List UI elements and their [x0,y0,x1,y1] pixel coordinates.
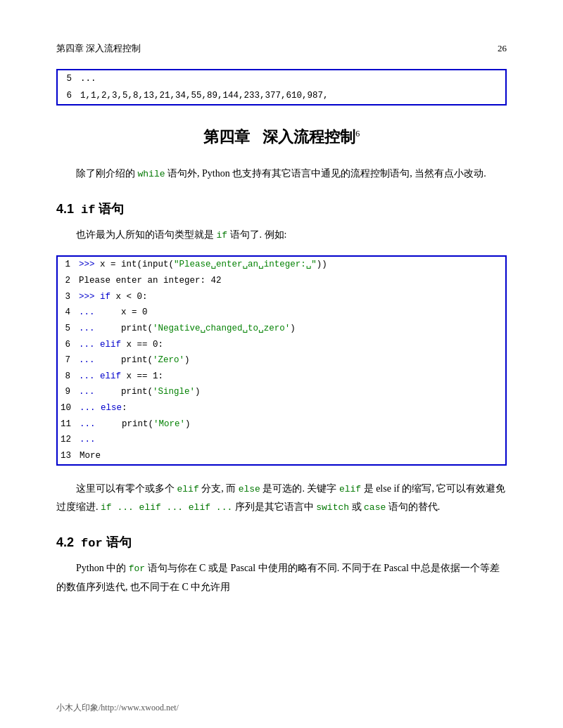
section-41-heading: 4.1 if 语句 [56,200,507,217]
code-row-11: 11 ... print('More') [58,416,505,433]
top-code-block: 5 ... 6 1,1,2,3,5,8,13,21,34,55,89,144,2… [56,69,507,106]
intro-paragraph: 除了刚介绍的 while 语句外, Python 也支持有其它语言中通见的流程控… [56,165,507,184]
section-42-keyword: for [81,537,103,550]
line-content: >>> if x < 0: [75,289,152,305]
page-footer: 小木人印象/http://www.xwood.net/ [56,702,179,714]
code-line-6: 6 1,1,2,3,5,8,13,21,34,55,89,144,233,377… [58,87,505,104]
line-number: 5 [58,70,77,87]
header-chapter-title: 第四章 深入流程控制 [56,42,141,55]
section-41-keyword: if [81,203,95,217]
line-number: 9 [58,384,75,400]
inline-for: for [129,563,145,574]
line-content: ... print('Zero') [75,352,194,369]
line-number: 4 [58,305,75,321]
code-row-4: 4 ... x = 0 [58,305,505,321]
code-row-6: 6 ... elif x == 0: [58,337,505,353]
chapter-heading-text: 第四章 深入流程控制6 [203,128,360,146]
code-row-9: 9 ... print('Single') [58,384,505,400]
section-42-label: 4.2 [56,535,81,549]
line-number: 6 [58,337,75,353]
line-content: ... [75,432,100,448]
line-content: ... print('More') [75,416,195,433]
section-41-title: 语句 [95,202,124,216]
chapter-heading: 第四章 深入流程控制6 [56,127,507,148]
inline-if: if [217,230,228,241]
line-content: ... x = 0 [75,305,152,321]
section-42-paragraph: Python 中的 for 语句与你在 C 或是 Pascal 中使用的略有不同… [56,559,507,596]
section-41-label: 4.1 [56,202,81,216]
page: 第四章 深入流程控制 26 5 ... 6 1,1,2,3,5,8,13,21,… [0,0,563,728]
line-content: Please enter an integer: 42 [75,273,226,289]
inline-elif-1: elif [177,484,199,494]
line-number: 11 [58,416,75,433]
line-number: 8 [58,369,75,385]
line-number: 5 [58,321,75,337]
line-number: 1 [58,257,75,273]
code-row-10: 10 ... else: [58,400,505,416]
line-number: 6 [58,87,77,104]
code-row-13: 13 More [58,448,505,464]
code-row-3: 3 >>> if x < 0: [58,289,505,305]
line-number: 7 [58,352,75,369]
code-row-5: 5 ... print('Negative␣changed␣to␣zero') [58,321,505,337]
line-content: 1,1,2,3,5,8,13,21,34,55,89,144,233,377,6… [77,87,331,104]
line-content: ... print('Single') [75,384,205,400]
inline-if-chain: if ... elif ... elif ... [101,502,232,513]
page-header: 第四章 深入流程控制 26 [56,42,507,55]
line-number: 10 [58,400,75,416]
line-content: ... [77,70,99,87]
code-row-8: 8 ... elif x == 1: [58,369,505,385]
line-number: 2 [58,273,75,289]
line-number: 3 [58,289,75,305]
code-row-1: 1 >>> x = int(input("Please␣enter␣an␣int… [58,257,505,273]
code-row-2: 2 Please enter an integer: 42 [58,273,505,289]
inline-while: while [138,169,165,179]
main-code-block: 1 >>> x = int(input("Please␣enter␣an␣int… [56,255,507,465]
line-content: ... elif x == 1: [75,369,167,385]
code-row-12: 12 ... [58,432,505,448]
section-42-title: 语句 [103,535,132,549]
inline-elif-2: elif [339,484,361,494]
line-content: ... print('Negative␣changed␣to␣zero') [75,321,300,337]
section-41-intro: 也许最为人所知的语句类型就是 if 语句了. 例如: [56,226,507,245]
inline-case: case [364,502,386,513]
line-content: ... else: [75,400,132,416]
footer-text: 小木人印象/http://www.xwood.net/ [56,703,179,713]
line-content: >>> x = int(input("Please␣enter␣an␣integ… [75,257,331,273]
inline-else: else [239,484,260,494]
section-42-heading: 4.2 for 语句 [56,534,507,551]
line-content: More [75,448,105,464]
code-line-5: 5 ... [58,70,505,87]
chapter-footnote-mark: 6 [355,129,360,139]
inline-switch: switch [316,502,349,513]
line-number: 13 [58,448,75,464]
after-code-paragraph: 这里可以有零个或多个 elif 分支, 而 else 是可选的. 关键字 eli… [56,480,507,517]
line-number: 12 [58,432,75,448]
header-page-number: 26 [498,43,507,54]
code-row-7: 7 ... print('Zero') [58,352,505,369]
line-content: ... elif x == 0: [75,337,167,353]
